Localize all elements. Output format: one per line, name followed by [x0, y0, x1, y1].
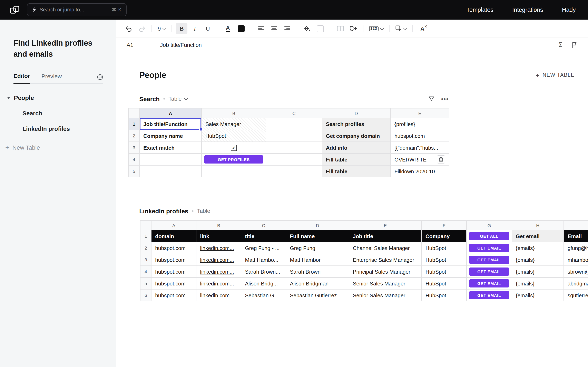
cell-F6[interactable]: HubSpot	[422, 290, 467, 301]
italic-button[interactable]: I	[189, 23, 200, 34]
cell-E2[interactable]: Channel Sales Manager	[349, 242, 422, 254]
cell-D4[interactable]: Sarah Brown	[286, 266, 349, 278]
row-header-4[interactable]: 4	[140, 266, 151, 278]
cell-A2[interactable]: hubspot.com	[151, 242, 196, 254]
get-profiles-button[interactable]: GET PROFILES	[204, 155, 263, 164]
row-header-1[interactable]: 1	[129, 118, 140, 130]
cell-H1[interactable]: Get email	[512, 230, 564, 242]
nav-integrations[interactable]: Integrations	[512, 7, 543, 13]
nav-templates[interactable]: Templates	[467, 7, 493, 13]
cell-C4[interactable]	[266, 154, 322, 166]
cell-A3[interactable]: hubspot.com	[151, 254, 196, 266]
cell-C3[interactable]	[266, 142, 322, 154]
cell-C3[interactable]: Matt Hambo...	[241, 254, 286, 266]
col-header-I[interactable]: I	[564, 221, 588, 230]
cell-B3[interactable]: linkedin.com...	[196, 254, 241, 266]
col-header-E[interactable]: E	[391, 108, 449, 118]
cell-C1[interactable]	[266, 118, 322, 130]
nav-user[interactable]: Hady	[562, 7, 576, 13]
cell-D2[interactable]: Greg Fung	[286, 242, 349, 254]
row-header-3[interactable]: 3	[129, 142, 140, 154]
filter-icon[interactable]	[428, 96, 434, 102]
cell-E2[interactable]: hubspot.com	[391, 130, 449, 142]
cell-I5[interactable]: abridgman@...	[564, 278, 588, 290]
cell-H3[interactable]: {emails}	[512, 254, 564, 266]
align-right-button[interactable]	[281, 23, 293, 34]
row-header-6[interactable]: 6	[140, 290, 151, 301]
cell-C2[interactable]: Greg Fung - ...	[241, 242, 286, 254]
cell-B5[interactable]	[202, 166, 266, 177]
tab-editor[interactable]: Editor	[13, 73, 30, 83]
get-email-button[interactable]: GET EMAIL	[469, 291, 509, 299]
font-size-select[interactable]: 9	[156, 23, 167, 34]
chevron-down-icon[interactable]	[7, 96, 10, 99]
cell-G6[interactable]: GET EMAIL	[467, 290, 512, 301]
col-header-F[interactable]: F	[422, 221, 467, 230]
sidebar-item-people[interactable]: People	[7, 94, 116, 101]
fill-right-button[interactable]	[347, 23, 359, 34]
cell-D3[interactable]: Matt Hambor	[286, 254, 349, 266]
undo-button[interactable]	[123, 23, 134, 34]
cell-A3[interactable]: Exact match	[140, 142, 202, 154]
text-color-button[interactable]: A	[222, 23, 233, 34]
cell-E1[interactable]: Job title	[349, 230, 422, 242]
formula-input[interactable]: Job title/Function	[150, 42, 202, 48]
row-header-1[interactable]: 1	[140, 230, 151, 242]
table-type-dropdown[interactable]: Table	[168, 96, 187, 102]
checkbox-checked[interactable]: ✔	[231, 145, 237, 151]
sidebar-new-table-button[interactable]: + New Table	[5, 144, 116, 151]
cell-A1[interactable]: domain	[151, 230, 196, 242]
cell-H5[interactable]: {emails}	[512, 278, 564, 290]
table-name-linkedin-profiles[interactable]: LinkedIn profiles	[139, 208, 188, 215]
cell-D5[interactable]: Alison Bridgman	[286, 278, 349, 290]
cell-D3[interactable]: Add info	[322, 142, 391, 154]
cell-E6[interactable]: Senior Sales Manager	[349, 290, 422, 301]
get-email-button[interactable]: GET EMAIL	[469, 279, 509, 287]
cell-C2[interactable]	[266, 130, 322, 142]
redo-button[interactable]	[136, 23, 147, 34]
cell-H2[interactable]: {emails}	[512, 242, 564, 254]
app-logo-icon[interactable]	[10, 6, 20, 14]
row-header-5[interactable]: 5	[129, 166, 140, 177]
row-header-2[interactable]: 2	[140, 242, 151, 254]
table-name-search[interactable]: Search	[139, 95, 160, 102]
cell-D5[interactable]: Fill table	[322, 166, 391, 177]
sum-icon[interactable]: Σ	[558, 41, 562, 49]
cell-E5[interactable]: Senior Sales Manager	[349, 278, 422, 290]
cell-E4[interactable]: Principal Sales Manager	[349, 266, 422, 278]
cell-I1[interactable]: Email	[564, 230, 588, 242]
sidebar-item-linkedin-profiles[interactable]: LinkedIn profiles	[22, 125, 116, 132]
align-center-button[interactable]	[268, 23, 280, 34]
cell-I3[interactable]: mhambor@h...	[564, 254, 588, 266]
cell-G3[interactable]: GET EMAIL	[467, 254, 512, 266]
cell-C5[interactable]: Alison Bridg...	[241, 278, 286, 290]
cell-D2[interactable]: Get company domain	[322, 130, 391, 142]
cell-reference[interactable]: A1	[116, 42, 150, 48]
cell-H6[interactable]: {emails}	[512, 290, 564, 301]
get-all-button[interactable]: GET ALL	[469, 232, 509, 240]
cell-C6[interactable]: Sebastian G...	[241, 290, 286, 301]
cell-A2[interactable]: Company name	[140, 130, 202, 142]
fill-color-button[interactable]	[301, 23, 313, 34]
cell-G1[interactable]: GET ALL	[467, 230, 512, 242]
col-header-B[interactable]: B	[196, 221, 241, 230]
merge-cells-button[interactable]	[334, 23, 346, 34]
row-header-5[interactable]: 5	[140, 278, 151, 290]
cell-C5[interactable]	[266, 166, 322, 177]
cell-G4[interactable]: GET EMAIL	[467, 266, 512, 278]
table-type-label[interactable]: Table	[197, 208, 210, 214]
cell-A6[interactable]: hubspot.com	[151, 290, 196, 301]
cell-C4[interactable]: Sarah Brown...	[241, 266, 286, 278]
cell-D4[interactable]: Fill table	[322, 154, 391, 166]
cell-B4[interactable]: GET PROFILES	[202, 154, 266, 166]
cell-A4[interactable]: hubspot.com	[151, 266, 196, 278]
cell-B4[interactable]: linkedin.com...	[196, 266, 241, 278]
cell-B2[interactable]: HubSpot	[202, 130, 266, 142]
cell-select-actions-button[interactable]	[393, 23, 408, 34]
cell-D1[interactable]: Full name	[286, 230, 349, 242]
cell-E3[interactable]: Enterprise Sales Manager	[349, 254, 422, 266]
number-format-button[interactable]: 123	[367, 23, 385, 34]
cell-C1[interactable]: title	[241, 230, 286, 242]
cell-F4[interactable]: HubSpot	[422, 266, 467, 278]
cell-F5[interactable]: HubSpot	[422, 278, 467, 290]
